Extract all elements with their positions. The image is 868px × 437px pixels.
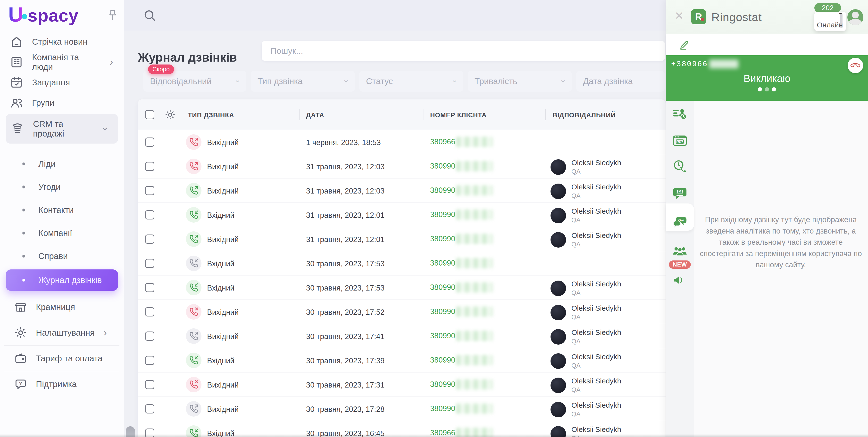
call-type-label: Вхідний	[207, 211, 235, 220]
client-phone[interactable]: 380990	[430, 234, 493, 244]
row-checkbox[interactable]	[145, 235, 154, 244]
sidebar-item-label: Завдання	[32, 77, 70, 87]
crm-subitem[interactable]: Угоди	[0, 175, 124, 198]
table-row[interactable]: Вихідний 31 травня, 2023, 12:03 380990 O…	[138, 154, 665, 178]
filter-chip[interactable]: Дата дзвінка	[576, 71, 664, 92]
client-phone[interactable]: 380990	[430, 306, 493, 317]
client-phone[interactable]: 380990	[430, 282, 493, 293]
table-row[interactable]: Вхідний 30 травня, 2023, 17:39 380990 Ol…	[138, 348, 665, 372]
client-phone[interactable]: 380990	[430, 379, 493, 390]
table-row[interactable]: Вхідний 30 травня, 2023, 17:53 380990	[138, 251, 665, 275]
responsible-role: QA	[571, 362, 621, 369]
responsible-avatar	[551, 426, 566, 437]
global-search-icon[interactable]	[143, 9, 156, 22]
uspacy-logo[interactable]: U spacy	[8, 5, 79, 26]
ringostat-header: ✕ R Ringostat 202 ▼ Онлайн	[666, 0, 868, 34]
table-row[interactable]: Вихідний 1 червня, 2023, 18:53 380966	[138, 130, 665, 154]
client-phone[interactable]: 380990	[430, 185, 493, 196]
row-checkbox[interactable]	[145, 307, 154, 316]
close-icon[interactable]: ✕	[675, 10, 684, 21]
table-row[interactable]: Вихідний 31 травня, 2023, 12:01 380990 O…	[138, 227, 665, 251]
table-row[interactable]: Вхідний 30 травня, 2023, 16:45 380966 Ol…	[138, 421, 665, 437]
crm-subitem[interactable]: Ліди	[0, 152, 124, 175]
responsible-name: Oleksii Siedykh	[571, 231, 621, 240]
client-phone[interactable]: 380990	[430, 404, 493, 414]
row-checkbox[interactable]	[145, 283, 154, 292]
user-avatar[interactable]	[847, 9, 863, 25]
client-phone[interactable]: 380990	[430, 209, 493, 220]
rail-item-chat[interactable]	[666, 215, 694, 230]
client-phone[interactable]: 380990	[430, 161, 493, 171]
crm-subitem[interactable]: Компанії	[0, 222, 124, 244]
filter-chip[interactable]: Статус ›	[359, 71, 463, 92]
sidebar-item-groups[interactable]: Групи	[0, 93, 124, 113]
table-row[interactable]: Вихідний 30 травня, 2023, 17:52 380990 O…	[138, 300, 665, 324]
dialed-number-prefix: +380966	[671, 60, 708, 68]
row-checkbox[interactable]	[145, 429, 154, 437]
row-checkbox[interactable]	[145, 380, 154, 389]
rail-item-call-history[interactable]	[666, 159, 694, 174]
sidebar-item-icon	[11, 122, 24, 136]
sidebar-item-shop[interactable]: Крамниця	[4, 294, 119, 320]
client-phone[interactable]: 380990	[430, 258, 493, 268]
table-row[interactable]: Вихідний 31 травня, 2023, 12:03 380990 O…	[138, 178, 665, 203]
responsible-cell: Oleksii Siedykh QA	[551, 352, 621, 369]
filter-chip[interactable]: Тривалість ›	[468, 71, 572, 92]
sidebar-item-company[interactable]: Компанія та люди ›	[0, 52, 124, 72]
bullet-icon	[22, 186, 25, 189]
crm-subitem[interactable]: Журнал дзвінків	[6, 269, 118, 291]
rail-item-audio[interactable]	[666, 272, 694, 288]
hangup-button[interactable]	[847, 58, 863, 73]
row-checkbox[interactable]	[145, 404, 154, 413]
edit-pencil-icon[interactable]	[679, 39, 690, 51]
new-badge: NEW	[669, 261, 691, 269]
sidebar-item-tasks[interactable]: Завдання	[0, 72, 124, 93]
filter-chip[interactable]: Тип дзвінка ›	[251, 71, 355, 92]
scrollbar-thumb[interactable]	[126, 426, 135, 437]
select-all-checkbox[interactable]	[145, 110, 154, 119]
responsible-avatar	[551, 159, 566, 175]
sidebar-item-home[interactable]: Стрічка новин	[0, 32, 124, 52]
search-input[interactable]	[262, 41, 665, 61]
sidebar-item-wallet[interactable]: Тариф та оплата	[4, 345, 119, 371]
client-phone[interactable]: 380990	[430, 331, 493, 341]
row-checkbox[interactable]	[145, 186, 154, 195]
rail-item-contact-analytics[interactable]	[666, 107, 694, 122]
row-checkbox[interactable]	[145, 210, 154, 220]
row-checkbox[interactable]	[145, 259, 154, 268]
extension-pill[interactable]: 202	[814, 3, 841, 12]
pin-icon[interactable]	[106, 9, 119, 21]
call-date: 30 травня, 2023, 17:28	[306, 405, 384, 414]
rail-item-sms[interactable]	[666, 186, 694, 202]
table-row[interactable]: Вхідний 31 травня, 2023, 12:01 380990 Ol…	[138, 203, 665, 227]
table-settings-gear-icon[interactable]	[164, 109, 176, 120]
chevron-down-icon: ›	[342, 80, 351, 82]
row-checkbox[interactable]	[145, 137, 154, 147]
crm-subitem[interactable]: Справи	[0, 244, 124, 268]
row-checkbox[interactable]	[145, 332, 154, 341]
sidebar: U spacy Стрічка новин Компанія та люди ›…	[0, 0, 124, 437]
bullet-icon	[22, 163, 25, 165]
row-checkbox[interactable]	[145, 356, 154, 365]
client-phone[interactable]: 380990	[430, 355, 493, 365]
filter-chip[interactable]: Скоро Відповідальний ›	[143, 71, 246, 92]
table-row[interactable]: Вихідний 30 травня, 2023, 17:31 380990 O…	[138, 372, 665, 397]
sidebar-item-support[interactable]: Підтримка	[4, 371, 119, 397]
rail-item-icon	[672, 273, 687, 288]
table-row[interactable]: Вхідний 30 травня, 2023, 17:53 380990 Ol…	[138, 275, 665, 300]
client-phone[interactable]: 380966	[430, 137, 493, 147]
table-row[interactable]: Вихідний 30 травня, 2023, 17:41 380990 O…	[138, 324, 665, 348]
call-date: 30 травня, 2023, 17:41	[306, 332, 384, 341]
call-type-icon	[186, 159, 202, 174]
rail-item-employees[interactable]	[666, 244, 694, 260]
sidebar-item-crm[interactable]: CRM та продажі ›	[6, 114, 118, 143]
status-dropdown[interactable]: ▼ Онлайн	[814, 12, 846, 31]
sidebar-item-settings[interactable]: Налаштування ›	[4, 320, 119, 345]
client-phone[interactable]: 380966	[430, 428, 493, 437]
row-checkbox[interactable]	[145, 162, 154, 171]
crm-subitem[interactable]: Контакти	[0, 198, 124, 222]
status-option-online[interactable]: Онлайн	[817, 21, 843, 29]
rail-item-live[interactable]	[666, 133, 694, 148]
sidebar-item-icon	[14, 352, 27, 365]
table-row[interactable]: Вихідний 30 травня, 2023, 17:28 380990 O…	[138, 397, 665, 421]
